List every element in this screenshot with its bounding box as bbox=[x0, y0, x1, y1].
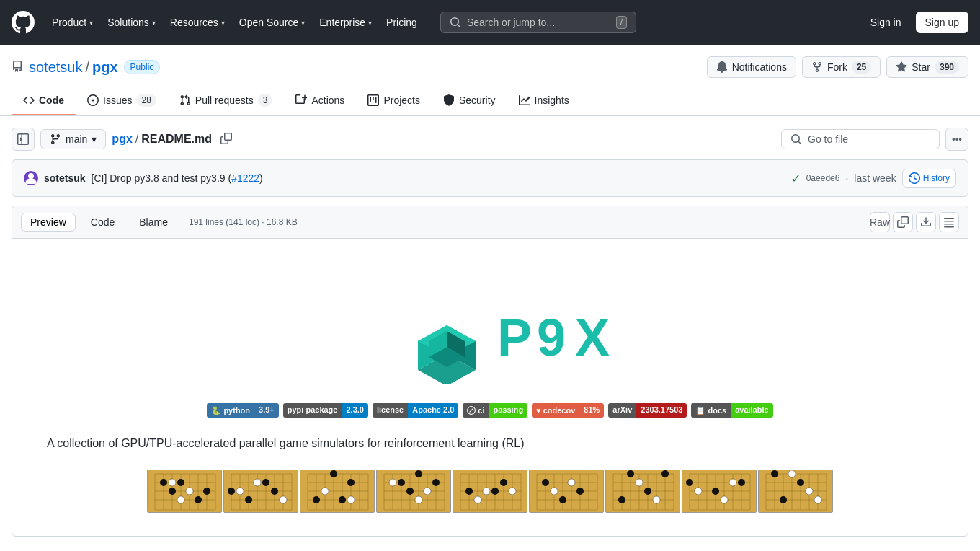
svg-point-31 bbox=[169, 479, 176, 486]
fork-icon bbox=[811, 61, 823, 73]
tab-insights[interactable]: Insights bbox=[507, 87, 581, 115]
svg-point-165 bbox=[695, 488, 702, 495]
copy-path-button[interactable] bbox=[218, 130, 235, 149]
tab-pull-requests[interactable]: Pull requests 3 bbox=[168, 87, 285, 115]
go-board-3 bbox=[300, 470, 375, 513]
svg-point-164 bbox=[738, 479, 745, 486]
chevron-down-icon: ▾ bbox=[92, 133, 97, 145]
branch-selector[interactable]: main ▾ bbox=[40, 129, 106, 149]
ci-badge[interactable]: ci passing bbox=[463, 403, 527, 418]
svg-point-144 bbox=[644, 488, 651, 495]
history-button[interactable]: History bbox=[902, 169, 956, 188]
svg-point-143 bbox=[627, 470, 634, 477]
svg-point-106 bbox=[466, 488, 473, 495]
go-board-2 bbox=[223, 470, 298, 513]
docs-badge[interactable]: 📋 docs available bbox=[691, 403, 772, 418]
tab-actions[interactable]: Actions bbox=[284, 87, 356, 115]
code-button[interactable]: Code bbox=[81, 213, 124, 232]
svg-point-27 bbox=[177, 479, 184, 486]
fork-button[interactable]: Fork 25 bbox=[802, 56, 881, 78]
pr-icon bbox=[179, 94, 191, 106]
security-icon bbox=[443, 94, 455, 106]
tab-security[interactable]: Security bbox=[432, 87, 507, 115]
sign-up-button[interactable]: Sign up bbox=[916, 12, 968, 33]
tab-issues[interactable]: Issues 28 bbox=[76, 87, 168, 115]
code-icon bbox=[23, 94, 35, 106]
download-button[interactable] bbox=[916, 212, 936, 232]
toc-button[interactable] bbox=[939, 212, 959, 232]
commit-relative-time: last week bbox=[854, 172, 896, 184]
star-button[interactable]: Star 390 bbox=[886, 56, 968, 78]
svg-point-125 bbox=[559, 496, 566, 503]
search-shortcut: / bbox=[616, 16, 627, 29]
codecov-badge[interactable]: ♥ codecov 81% bbox=[532, 403, 604, 418]
breadcrumb-repo-link[interactable]: pgx bbox=[112, 133, 132, 146]
search-placeholder-text: Search or jump to... bbox=[467, 17, 610, 28]
search-box[interactable]: Search or jump to... / bbox=[440, 12, 636, 33]
svg-point-51 bbox=[236, 488, 244, 495]
preview-button[interactable]: Preview bbox=[21, 213, 76, 232]
repo-name-link[interactable]: pgx bbox=[92, 59, 118, 76]
svg-point-90 bbox=[389, 479, 396, 486]
commit-issue-link[interactable]: #1222 bbox=[231, 172, 259, 184]
search-icon bbox=[790, 133, 802, 145]
chevron-down-icon: ▾ bbox=[152, 19, 156, 27]
tab-projects[interactable]: Projects bbox=[356, 87, 432, 115]
insights-icon bbox=[519, 94, 530, 106]
file-path-bar: main ▾ pgx / README.md Go to file ••• bbox=[12, 128, 968, 151]
nav-enterprise[interactable]: Enterprise ▾ bbox=[313, 12, 378, 32]
nav-solutions[interactable]: Solutions ▾ bbox=[102, 12, 161, 32]
chevron-down-icon: ▾ bbox=[221, 19, 225, 27]
svg-point-146 bbox=[618, 496, 625, 503]
python-badge[interactable]: 🐍 python 3.9+ bbox=[207, 403, 278, 418]
svg-point-52 bbox=[254, 479, 261, 486]
chevron-down-icon: ▾ bbox=[368, 19, 372, 27]
svg-text:9: 9 bbox=[537, 309, 564, 366]
badges-row: 🐍 python 3.9+ pypi package 2.3.0 license… bbox=[47, 403, 933, 418]
svg-point-91 bbox=[424, 488, 431, 495]
svg-point-28 bbox=[169, 488, 176, 495]
list-icon bbox=[943, 216, 955, 228]
notifications-button[interactable]: Notifications bbox=[707, 56, 796, 78]
nav-product[interactable]: Product ▾ bbox=[46, 12, 99, 32]
svg-point-0 bbox=[28, 173, 34, 179]
commit-time: · bbox=[845, 172, 848, 184]
svg-point-128 bbox=[551, 488, 558, 495]
readme-description: A collection of GPU/TPU-accelerated para… bbox=[47, 435, 933, 452]
arxiv-badge[interactable]: arXiv 2303.17503 bbox=[608, 403, 687, 418]
issues-icon bbox=[87, 94, 99, 106]
svg-point-186 bbox=[814, 496, 821, 503]
commit-hash[interactable]: 0aeede6 bbox=[806, 173, 840, 183]
svg-point-129 bbox=[568, 479, 575, 486]
nav-pricing[interactable]: Pricing bbox=[380, 12, 423, 32]
file-search: Go to file bbox=[781, 129, 940, 149]
repo-owner-link[interactable]: sotetsuk bbox=[29, 59, 82, 76]
readme-content: P 9 X 🐍 python 3.9+ bbox=[12, 239, 968, 536]
repo-icon bbox=[12, 61, 23, 74]
tab-code[interactable]: Code bbox=[12, 87, 76, 115]
nav-resources[interactable]: Resources ▾ bbox=[164, 12, 231, 32]
license-badge[interactable]: license Apache 2.0 bbox=[373, 403, 458, 418]
svg-point-126 bbox=[542, 479, 549, 486]
go-to-file-button[interactable]: Go to file bbox=[781, 129, 940, 149]
github-logo[interactable] bbox=[12, 11, 35, 34]
pypi-badge[interactable]: pypi package 2.3.0 bbox=[283, 403, 368, 418]
commit-status-check: ✓ bbox=[791, 172, 801, 185]
svg-point-50 bbox=[271, 488, 278, 495]
go-board-4 bbox=[376, 470, 451, 513]
copy-content-button[interactable] bbox=[893, 212, 913, 232]
blame-button[interactable]: Blame bbox=[130, 213, 177, 232]
repo-path: sotetsuk / pgx bbox=[29, 59, 118, 76]
chevron-down-icon: ▾ bbox=[89, 19, 93, 27]
raw-button[interactable]: Raw bbox=[870, 212, 890, 232]
sidebar-toggle-button[interactable] bbox=[12, 128, 35, 151]
svg-text:P: P bbox=[497, 309, 530, 366]
svg-point-47 bbox=[228, 488, 235, 495]
commit-author[interactable]: sotetsuk bbox=[44, 172, 86, 184]
star-icon bbox=[896, 61, 907, 73]
more-actions-button[interactable]: ••• bbox=[945, 128, 968, 151]
sign-in-button[interactable]: Sign in bbox=[862, 12, 910, 32]
actions-icon bbox=[295, 94, 307, 106]
nav-open-source[interactable]: Open Source ▾ bbox=[233, 12, 311, 32]
ellipsis-icon: ••• bbox=[952, 134, 962, 145]
